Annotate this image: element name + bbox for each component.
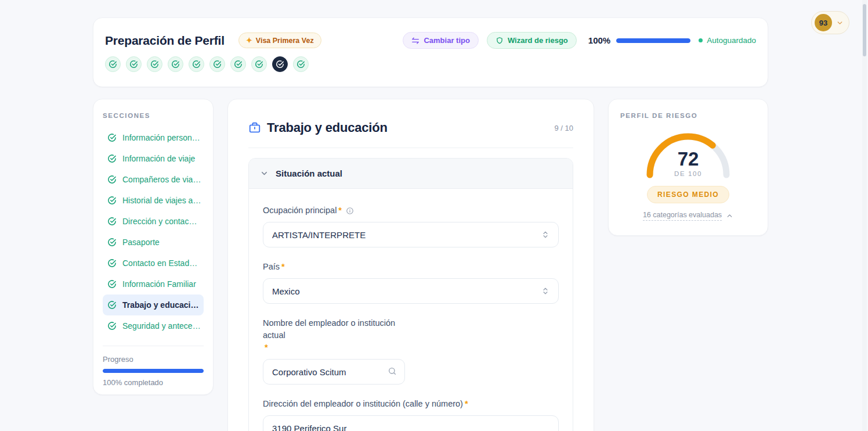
risk-gauge: 72 DE 100	[643, 128, 733, 178]
autosave-dot-icon	[699, 38, 703, 42]
score-dropdown[interactable]: 93	[811, 11, 849, 34]
section-collapse-header[interactable]: Situación actual	[249, 159, 573, 189]
step-4-done[interactable]	[168, 56, 183, 72]
header-progress-percent: 100%	[588, 35, 610, 45]
check-circle-icon	[107, 279, 117, 289]
sidebar-item-7[interactable]: Contacto en Estad…	[103, 253, 204, 274]
chevron-down-icon	[836, 19, 844, 27]
risk-score: 72	[643, 149, 733, 168]
change-type-label: Cambiar tipo	[424, 36, 469, 45]
select-chevrons-icon	[541, 287, 549, 295]
sidebar-item-label: Dirección y contac…	[122, 217, 197, 226]
sidebar-item-label: Información person…	[122, 133, 200, 142]
header-progress-fill	[616, 38, 690, 43]
occupation-field: Ocupación principal* ARTISTA/INTERPRETE	[263, 204, 559, 247]
sidebar-item-5[interactable]: Dirección y contac…	[103, 211, 204, 232]
step-7-done[interactable]	[230, 56, 246, 72]
check-circle-icon	[107, 238, 117, 247]
check-circle-icon	[107, 217, 117, 226]
step-9-active[interactable]	[272, 56, 288, 72]
risk-profile-panel: PERFIL DE RIESGO 72 DE 100 RIESGO MEDIO …	[608, 99, 768, 236]
chevron-down-icon	[260, 169, 269, 178]
sidebar-item-1[interactable]: Información person…	[103, 127, 204, 148]
check-circle-icon	[107, 300, 117, 310]
header-progress-bar	[616, 38, 690, 43]
sidebar-item-4[interactable]: Historial de viajes a…	[103, 190, 204, 211]
score-badge: 93	[815, 14, 832, 31]
autosave-label: Autoguardado	[707, 36, 756, 45]
employer-search-input[interactable]	[263, 359, 405, 385]
employer-field: Nombre del empleador o institución actua…	[263, 317, 408, 385]
check-circle-icon	[171, 60, 180, 69]
sidebar-item-label: Seguridad y antece…	[122, 321, 201, 331]
country-field: País* Mexico	[263, 261, 559, 304]
sidebar-item-label: Historial de viajes a…	[122, 196, 201, 205]
sidebar-item-label: Pasaporte	[122, 238, 160, 247]
risk-scale: DE 100	[643, 170, 733, 177]
divider	[103, 346, 204, 346]
occupation-select[interactable]: ARTISTA/INTERPRETE	[263, 222, 559, 247]
step-5-done[interactable]	[189, 56, 204, 72]
step-1-done[interactable]	[105, 56, 121, 72]
sidebar-item-8[interactable]: Información Familiar	[103, 274, 204, 294]
app-background: { "ui": { "required_mark": "*" }, "color…	[0, 0, 868, 431]
risk-level-badge: RIESGO MEDIO	[647, 186, 729, 203]
select-chevrons-icon	[541, 231, 549, 239]
risk-categories-label: 16 categorías evaluadas	[643, 211, 722, 221]
visa-type-badge[interactable]: ✦ Visa Primera Vez	[238, 33, 321, 48]
address-label: Dirección del empleador o institución (c…	[263, 398, 559, 410]
info-icon[interactable]	[346, 207, 354, 215]
sidebar-item-label: Trabajo y educaci…	[122, 300, 199, 310]
step-6-done[interactable]	[209, 56, 225, 72]
divider	[248, 148, 573, 148]
check-circle-icon	[150, 60, 159, 69]
profile-header-card: Preparación de Perfil ✦ Visa Primera Vez…	[93, 17, 768, 87]
check-circle-icon	[192, 60, 201, 69]
occupation-label: Ocupación principal*	[263, 204, 559, 217]
scrollbar-thumb[interactable]	[863, 4, 866, 56]
sidebar-item-10[interactable]: Seguridad y antece…	[103, 315, 204, 336]
step-8-done[interactable]	[251, 56, 267, 72]
risk-wizard-label: Wizard de riesgo	[508, 36, 568, 45]
country-label: País*	[263, 261, 559, 273]
sidebar-item-label: Información Familiar	[122, 279, 196, 289]
section-title: Situación actual	[276, 168, 342, 178]
check-circle-icon	[234, 60, 243, 69]
sidebar-progress-label: Progreso	[103, 355, 204, 364]
section-page-title: Trabajo y educación	[267, 120, 388, 135]
check-circle-icon	[129, 60, 138, 69]
step-2-done[interactable]	[126, 56, 142, 72]
address-input[interactable]	[263, 415, 559, 431]
section-body: Ocupación principal* ARTISTA/INTERPRETE	[249, 189, 573, 431]
check-circle-icon	[107, 175, 117, 184]
required-mark: *	[338, 204, 342, 217]
sidebar-item-2[interactable]: Información de viaje	[103, 148, 204, 169]
sidebar-item-6[interactable]: Pasaporte	[103, 232, 204, 253]
risk-wizard-button[interactable]: Wizard de riesgo	[487, 32, 577, 49]
occupation-value: ARTISTA/INTERPRETE	[272, 230, 541, 240]
check-circle-icon	[107, 258, 117, 268]
sidebar-item-3[interactable]: Compañeros de via…	[103, 169, 204, 190]
change-type-button[interactable]: Cambiar tipo	[403, 32, 478, 49]
section-steps-row	[93, 49, 768, 72]
country-select[interactable]: Mexico	[263, 278, 559, 304]
sidebar-nav-list: Información person… Información de viaje…	[103, 127, 204, 336]
step-10-done[interactable]	[293, 56, 309, 72]
shield-icon	[496, 37, 504, 45]
risk-categories-toggle[interactable]: 16 categorías evaluadas	[620, 211, 756, 221]
sidebar-progress-fill	[103, 369, 204, 373]
employer-search-wrap	[263, 359, 405, 385]
country-value: Mexico	[272, 286, 541, 296]
check-circle-icon	[107, 321, 117, 331]
check-circle-icon	[107, 154, 117, 163]
sidebar-item-label: Compañeros de via…	[122, 175, 201, 184]
required-mark: *	[281, 261, 285, 273]
sidebar-item-label: Contacto en Estad…	[122, 258, 197, 268]
autosave-status: Autoguardado	[699, 36, 756, 45]
risk-panel-heading: PERFIL DE RIESGO	[620, 112, 756, 119]
step-3-done[interactable]	[147, 56, 162, 72]
chevron-up-icon	[726, 212, 733, 220]
main-card-header: Trabajo y educación 9 / 10	[248, 120, 573, 135]
sidebar-item-9[interactable]: Trabajo y educaci…	[103, 294, 204, 315]
address-field: Dirección del empleador o institución (c…	[263, 398, 559, 431]
